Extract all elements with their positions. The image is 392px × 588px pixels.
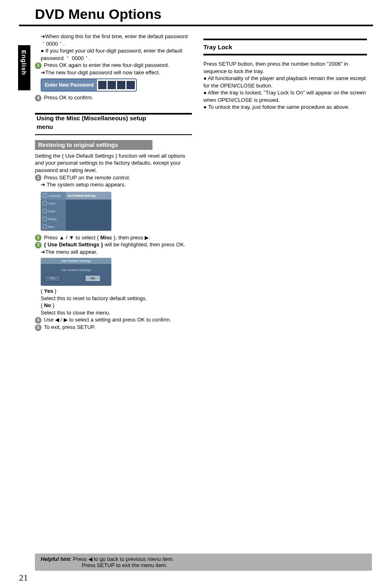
setup-menu-screenshot: LanguageUse Default Settings Video Audio… xyxy=(41,192,111,231)
intro-arrow-2: ➔The new four-digit password will now ta… xyxy=(35,69,192,76)
title-rule xyxy=(19,25,373,26)
tray-lock-p1: Press SETUP button, then press the numbe… xyxy=(203,60,367,75)
step-number-3b: 3 xyxy=(35,242,42,248)
ms-row-rating: Rating xyxy=(41,215,66,223)
confirm-yes-button: Yes xyxy=(45,275,60,282)
restore-intro: Setting the { Use Default Settings } fun… xyxy=(35,152,192,174)
no-desc: Select this to close the menu. xyxy=(35,309,192,317)
no-option: { No } xyxy=(35,302,192,309)
misc-subsection: Using the Misc (Miscellaneous) setup men… xyxy=(35,113,192,331)
yes-desc: Select this to reset to factory default … xyxy=(35,295,192,302)
step-number-1: 1 xyxy=(35,175,42,181)
yes-option: { Yes } xyxy=(35,287,192,295)
helpful-hint-bar: Helpful hint: Press ◀ to go back to prev… xyxy=(35,554,372,571)
restore-step-3: 3{ Use Default Settings } will be highli… xyxy=(35,241,192,248)
step-number-5: 5 xyxy=(35,324,42,331)
page-title: DVD Menu Options xyxy=(35,6,161,22)
subsection-rule-bottom xyxy=(35,134,192,135)
intro-bullet-1: ● If you forget your old four-digit pass… xyxy=(35,47,192,62)
page-number: 21 xyxy=(19,572,28,583)
step-number-4: 4 xyxy=(35,95,42,101)
language-side-tab: English xyxy=(18,45,30,90)
restore-step-5: 5To exit, press SETUP. xyxy=(35,324,192,331)
password-digit xyxy=(98,81,106,89)
tray-lock-rule-bottom xyxy=(203,54,367,55)
confirm-no-button: No xyxy=(85,275,101,282)
tray-lock-rule-top xyxy=(203,39,367,40)
confirm-dialog-body: Use Default Settings xyxy=(41,264,111,275)
restore-step-3-arrow: ➔The menu will appear. xyxy=(35,248,192,256)
restore-step-1-arrow: ➔ The system setup menu appears. xyxy=(35,181,192,188)
intro-step-3: 3Press OK again to enter the new four-di… xyxy=(35,62,192,69)
language-side-tab-label: English xyxy=(18,45,28,75)
password-digit xyxy=(127,81,135,89)
left-column: ➔When doing this for the first time, ent… xyxy=(35,33,192,331)
intro-step-4: 4Press OK to confirm. xyxy=(35,94,192,101)
restoring-tab: Restoring to original settings xyxy=(35,140,152,150)
restore-step-1: 1Press SETUP on the remote control. xyxy=(35,174,192,181)
helpful-hint-line-2: Press SETUP to exit the menu item. xyxy=(41,562,366,568)
ms-row-use-default: Use Default Settings xyxy=(66,192,111,200)
enter-password-label: Enter New Password xyxy=(42,79,97,91)
helpful-hint-label: Helpful hint xyxy=(41,556,70,562)
restore-step-2: 2Press ▲ / ▼ to select { Misc }, then pr… xyxy=(35,234,192,241)
ms-row-video: Video xyxy=(41,200,66,207)
misc-title-2: menu xyxy=(35,123,192,130)
password-digit xyxy=(117,81,125,89)
enter-password-graphic: Enter New Password xyxy=(35,78,192,92)
right-column: Tray Lock Press SETUP button, then press… xyxy=(203,33,367,111)
ms-row-language: Language xyxy=(41,192,66,200)
ms-row-misc: Misc xyxy=(41,223,66,231)
ms-row-audio: Audio xyxy=(41,207,66,215)
tray-lock-heading: Tray Lock xyxy=(203,44,367,51)
tray-lock-p2: ● All functionality of the player and pl… xyxy=(203,75,367,89)
step-number-4b: 4 xyxy=(35,317,42,324)
tray-lock-p4: ● To unlock the tray, just follow the sa… xyxy=(203,103,367,111)
tray-lock-p3: ● After the tray is locked, "Tray Lock I… xyxy=(203,89,367,103)
confirm-dialog-screenshot: Use Default Settings Use Default Setting… xyxy=(41,258,111,286)
helpful-hint-line-1: : Press ◀ to go back to previous menu it… xyxy=(70,556,174,562)
password-digit xyxy=(108,81,116,89)
intro-arrow-1: ➔When doing this for the first time, ent… xyxy=(35,33,192,47)
step-number-3: 3 xyxy=(35,62,42,69)
confirm-dialog-header: Use Default Settings xyxy=(41,258,111,264)
misc-title-1: Using the Misc (Miscellaneous) setup xyxy=(35,115,192,122)
restore-step-4: 4Use ◀ / ▶ to select a setting and press… xyxy=(35,316,192,324)
step-number-2: 2 xyxy=(35,234,42,241)
